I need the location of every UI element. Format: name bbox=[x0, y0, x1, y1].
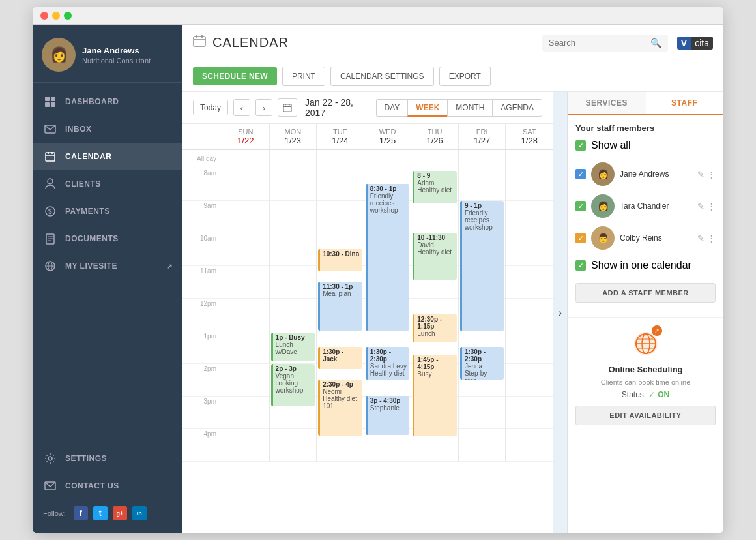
event[interactable]: 1:45p - 4:15p Busy bbox=[413, 355, 457, 436]
online-sched-title: Online Scheduling bbox=[608, 365, 682, 374]
more-icon[interactable]: ⋮ bbox=[707, 233, 716, 243]
day-name: Fri bbox=[459, 128, 506, 136]
more-icon[interactable]: ⋮ bbox=[707, 170, 716, 179]
staff-checkbox-tara[interactable]: ✓ bbox=[575, 201, 586, 211]
event[interactable]: 10 -11:30 DavidHealthy diet bbox=[413, 233, 457, 280]
hour-line bbox=[317, 201, 364, 233]
hour-line bbox=[222, 168, 269, 201]
edit-availability-button[interactable]: EDIT AVAILABILITY bbox=[575, 406, 716, 425]
calendar-main: Today ‹ › Jan 22 - 28, 2017 DAY WEEK MON… bbox=[182, 92, 553, 533]
day-col-tue-body[interactable]: 10:30 - Dina 11:30 - 1p Meal plan 1:30p … bbox=[316, 168, 364, 462]
allday-cell bbox=[411, 150, 458, 168]
datepicker-button[interactable] bbox=[278, 98, 297, 117]
sidebar-item-clients[interactable]: CLIENTS bbox=[33, 170, 182, 198]
topbar-left: CALENDAR bbox=[193, 35, 289, 51]
calendar-settings-button[interactable]: CALENDAR SETTINGS bbox=[330, 67, 434, 86]
day-col-thu: Thu 1/26 bbox=[411, 124, 458, 149]
show-one-cal-checkbox[interactable]: ✓ bbox=[575, 260, 586, 271]
view-day[interactable]: DAY bbox=[376, 99, 408, 117]
sidebar-item-label: MY LIVESITE bbox=[65, 262, 117, 271]
event-title: 9 - 1p bbox=[465, 202, 502, 209]
close-dot[interactable] bbox=[40, 12, 48, 20]
add-staff-button[interactable]: ADD A STAFF MEMBER bbox=[575, 283, 716, 303]
hour-line bbox=[506, 331, 553, 364]
staff-checkbox-colby[interactable]: ✓ bbox=[575, 233, 586, 243]
event[interactable]: 8:30 - 1p Friendlyreceipesworkshop bbox=[366, 184, 410, 331]
maximize-dot[interactable] bbox=[64, 12, 72, 20]
event[interactable]: 10:30 - Dina bbox=[318, 249, 362, 271]
today-button[interactable]: Today bbox=[193, 100, 228, 115]
staff-checkbox-jane[interactable]: ✓ bbox=[575, 169, 586, 179]
sidebar-item-my-livesite[interactable]: MY LIVESITE ↗ bbox=[33, 252, 182, 280]
prev-arrow[interactable]: ‹ bbox=[233, 99, 250, 116]
hour-line bbox=[222, 364, 269, 397]
googleplus-btn[interactable]: g+ bbox=[113, 506, 127, 520]
show-all-checkbox[interactable]: ✓ bbox=[575, 140, 586, 151]
sidebar-item-dashboard[interactable]: DASHBOARD bbox=[33, 88, 182, 115]
tab-services[interactable]: SERVICES bbox=[568, 92, 646, 114]
edit-icon[interactable]: ✎ bbox=[697, 170, 705, 179]
time-slot: 8am bbox=[182, 168, 222, 201]
day-col-fri-body[interactable]: 9 - 1p Friendlyreceipesworkshop 1:30p - … bbox=[458, 168, 506, 462]
print-button[interactable]: PRINT bbox=[282, 67, 325, 86]
show-one-cal-label: Show in one calendar bbox=[591, 260, 691, 271]
export-button[interactable]: EXPORT bbox=[439, 67, 491, 86]
sidebar-item-settings[interactable]: Settings bbox=[33, 445, 182, 472]
twitter-btn[interactable]: t bbox=[93, 506, 108, 520]
hour-line bbox=[270, 233, 317, 266]
sidebar-item-inbox[interactable]: INBOX bbox=[33, 115, 182, 143]
event-sub: Lunch bbox=[417, 330, 454, 337]
day-col-thu-body[interactable]: 8 - 9 AdamHealthy diet 10 -11:30 DavidHe… bbox=[411, 168, 458, 462]
schedule-new-button[interactable]: SCHEDULE NEW bbox=[193, 67, 277, 85]
more-icon[interactable]: ⋮ bbox=[707, 202, 716, 211]
allday-cell bbox=[364, 150, 411, 168]
event[interactable]: 11:30 - 1p Meal plan bbox=[318, 282, 362, 331]
side-expand-arrow[interactable]: › bbox=[553, 92, 567, 533]
next-arrow[interactable]: › bbox=[255, 99, 272, 116]
staff-avatar-colby: 👨 bbox=[591, 226, 615, 250]
event[interactable]: 9 - 1p Friendlyreceipesworkshop bbox=[460, 201, 504, 331]
allday-cell bbox=[269, 150, 317, 168]
search-input[interactable] bbox=[549, 38, 647, 48]
sidebar-item-calendar[interactable]: CALENDAR bbox=[33, 143, 182, 170]
view-agenda[interactable]: AGENDA bbox=[492, 99, 542, 117]
minimize-dot[interactable] bbox=[52, 12, 60, 20]
edit-icon[interactable]: ✎ bbox=[697, 233, 705, 243]
staff-actions-jane: ✎ ⋮ bbox=[697, 170, 716, 179]
content-area: CALENDAR 🔍 V cita SCHEDULE NEW PRINT bbox=[182, 25, 723, 533]
staff-section-title: Your staff members bbox=[575, 123, 716, 133]
day-col-mon-body[interactable]: 1p - Busy Lunch w/Dave 2p - 3p Vegan coo… bbox=[269, 168, 317, 462]
event[interactable]: 3p - 4:30p Stephanie bbox=[366, 396, 410, 435]
facebook-btn[interactable]: f bbox=[74, 506, 88, 520]
day-col-sat-body[interactable] bbox=[505, 168, 553, 462]
show-all-row: ✓ Show all bbox=[575, 140, 716, 151]
day-col-sun-body[interactable] bbox=[222, 168, 269, 462]
event[interactable]: 1p - Busy Lunch w/Dave bbox=[271, 333, 315, 361]
staff-section: Your staff members ✓ Show all ✓ bbox=[568, 115, 723, 317]
panel-tabs: SERVICES STAFF bbox=[568, 92, 723, 115]
day-col-wed-body[interactable]: 8:30 - 1p Friendlyreceipesworkshop 1:30p… bbox=[364, 168, 411, 462]
sidebar-item-label: CALENDAR bbox=[65, 152, 111, 161]
view-month[interactable]: MONTH bbox=[447, 99, 492, 117]
view-week[interactable]: WEEK bbox=[407, 99, 447, 117]
sidebar-item-payments[interactable]: $ PAYMENTS bbox=[33, 198, 182, 225]
event[interactable]: 2p - 3p Vegan cooking workshop bbox=[271, 364, 315, 406]
staff-actions-colby: ✎ ⋮ bbox=[697, 233, 716, 243]
event[interactable]: 8 - 9 AdamHealthy diet bbox=[413, 171, 457, 203]
staff-avatar-jane: 👩 bbox=[591, 162, 615, 186]
edit-icon[interactable]: ✎ bbox=[697, 202, 705, 211]
event[interactable]: 1:30p - 2:30p JennaStep-by-step bbox=[460, 347, 504, 380]
sidebar-item-documents[interactable]: DOCUMENTS bbox=[33, 225, 182, 252]
event[interactable]: 2:30p - 4p NeomiHealthy diet 101 bbox=[318, 380, 362, 436]
linkedin-btn[interactable]: in bbox=[132, 506, 147, 520]
sidebar-item-contact[interactable]: Contact Us bbox=[33, 472, 182, 500]
topbar: CALENDAR 🔍 V cita bbox=[182, 25, 723, 61]
event[interactable]: 1:30p - Jack bbox=[318, 347, 362, 369]
event-sub: Busy bbox=[417, 370, 454, 378]
tab-staff[interactable]: STAFF bbox=[646, 92, 724, 114]
event[interactable]: 1:30p - 2:30p Sandra LevyHealthy diet bbox=[366, 347, 410, 380]
event[interactable]: 12:30p - 1:15p Lunch bbox=[413, 314, 457, 342]
hour-line bbox=[222, 233, 269, 266]
hour-line bbox=[506, 201, 553, 233]
staff-name-colby: Colby Reins bbox=[620, 233, 692, 243]
